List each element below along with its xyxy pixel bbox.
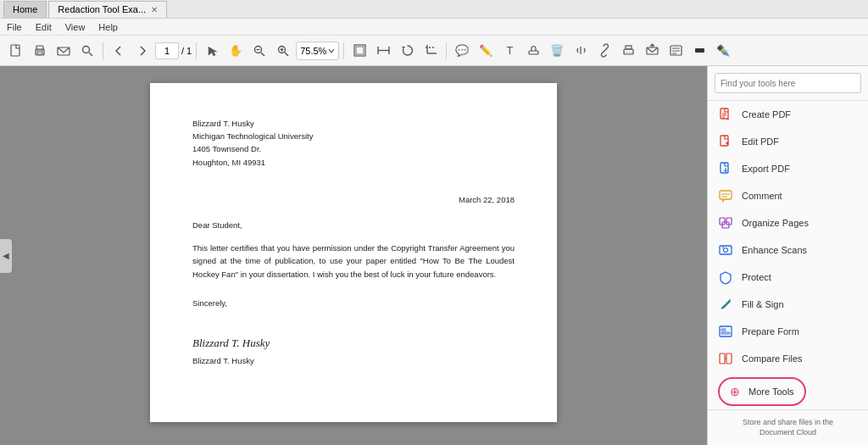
fill-sign-tool[interactable]: Fill & Sign [708,291,868,318]
svg-line-8 [261,53,264,56]
send-button[interactable] [641,40,663,62]
print-button[interactable] [29,40,51,62]
pdf-viewer[interactable]: ◀ Blizzard T. Husky Michigan Technologic… [0,66,707,445]
svg-rect-0 [11,45,19,56]
edit-pdf-tool[interactable]: Edit PDF [708,128,868,155]
menu-view[interactable]: View [65,22,86,32]
zoom-out-button[interactable] [248,40,270,62]
enhance-scans-icon [718,242,733,258]
menu-bar: File Edit View Help [0,19,868,36]
comment-tool[interactable]: Comment [708,182,868,209]
crop-button[interactable] [420,40,442,62]
comment-tool-icon [718,188,733,203]
toolbar-sep-2 [196,42,197,59]
prev-page-button[interactable] [108,40,130,62]
svg-rect-42 [720,191,732,199]
right-panel: + Create PDF Edit PDF Export PDF [707,66,868,445]
svg-rect-52 [720,326,732,337]
zoom-level[interactable]: 75.5% [296,42,339,60]
fit-page-button[interactable] [348,40,370,62]
title-bar: Home Redaction Tool Exa... ✕ [0,0,868,19]
print2-button[interactable] [617,40,639,62]
pdf-signer-name: Blizzard T. Husky [192,355,515,367]
fill-sign-icon [718,297,733,312]
tab-bar: Home Redaction Tool Exa... ✕ [3,0,169,18]
create-pdf-tool[interactable]: + Create PDF [708,101,868,128]
next-page-button[interactable] [131,40,153,62]
svg-rect-48 [720,246,732,254]
svg-rect-24 [624,49,633,54]
compare-files-tool[interactable]: Compare Files [708,345,868,372]
tools-search [708,66,868,101]
protect-icon [718,270,733,285]
pdf-salutation: Dear Student, [192,220,515,231]
pdf-sender-info: Blizzard T. Husky Michigan Technological… [192,117,515,169]
svg-rect-25 [626,46,632,49]
form-button[interactable] [665,40,687,62]
svg-text:+: + [726,116,730,121]
pencil-tool-button[interactable]: ✏️ [475,40,497,62]
svg-rect-15 [356,47,364,54]
enhance-scans-tool[interactable]: Enhance Scans [708,236,868,264]
svg-rect-22 [529,51,538,54]
menu-edit[interactable]: Edit [36,22,52,32]
email-button[interactable] [53,40,75,62]
collapse-panel-button[interactable]: ◀ [0,239,12,273]
more-tools-button[interactable]: ⊕ More Tools [718,377,806,406]
svg-rect-55 [720,353,725,364]
compare-files-icon [718,351,733,366]
fit-width-button[interactable] [372,40,394,62]
toolbar-sep-1 [103,42,103,59]
new-file-button[interactable] [5,40,27,62]
protect-tool[interactable]: Protect [708,264,868,291]
audio-button[interactable] [570,40,592,62]
svg-line-11 [285,53,288,56]
svg-rect-33 [695,48,704,53]
more-tools-plus-icon: ⊕ [730,385,740,398]
stamp-button[interactable] [522,40,544,62]
svg-rect-54 [721,332,730,334]
page-navigation: / 1 [155,42,192,59]
comment-tool-button[interactable]: 💬 [451,40,473,62]
select-tool-button[interactable] [201,40,223,62]
svg-line-23 [603,49,606,53]
pdf-signature: Blizzard T. Husky [192,335,515,352]
svg-point-49 [724,248,728,253]
prepare-form-icon [718,324,733,339]
svg-rect-53 [721,329,726,331]
delete-button[interactable]: 🗑️ [546,40,568,62]
redact-button[interactable] [688,40,710,62]
pdf-body: This letter certifies that you have perm… [192,242,515,281]
hand-tool-button[interactable]: ✋ [225,40,247,62]
organize-pages-icon [718,215,733,231]
tab-home[interactable]: Home [3,1,47,18]
right-panel-footer: Store and share files in the Document Cl… [708,409,868,445]
export-pdf-icon [718,161,733,176]
svg-point-5 [83,46,90,53]
page-input[interactable] [155,42,179,59]
sign-button[interactable]: ✒️ [712,40,734,62]
svg-line-6 [89,53,92,56]
rotate-button[interactable] [396,40,418,62]
menu-help[interactable]: Help [98,22,118,32]
toolbar-sep-4 [446,42,447,59]
prepare-form-tool[interactable]: Prepare Form [708,318,868,345]
search-button[interactable] [76,40,98,62]
organize-pages-tool[interactable]: Organize Pages [708,209,868,236]
toolbar: / 1 ✋ 75.5% 💬 ✏️ T 🗑️ [0,36,868,66]
svg-rect-3 [37,52,42,54]
svg-rect-56 [726,353,732,364]
pdf-date: March 22, 2018 [192,194,515,206]
edit-pdf-icon [718,134,733,149]
link-button[interactable] [593,40,615,62]
text-tool-button[interactable]: T [498,40,520,62]
tab-close-icon[interactable]: ✕ [151,5,158,14]
export-pdf-tool[interactable]: Export PDF [708,155,868,182]
tab-redaction-tool[interactable]: Redaction Tool Exa... ✕ [48,1,167,18]
toolbar-sep-3 [343,42,344,59]
main-area: ◀ Blizzard T. Husky Michigan Technologic… [0,66,868,445]
zoom-in-button[interactable] [272,40,294,62]
pdf-closing: Sincerely, [192,298,515,309]
tools-search-input[interactable] [715,73,861,93]
menu-file[interactable]: File [7,22,22,32]
